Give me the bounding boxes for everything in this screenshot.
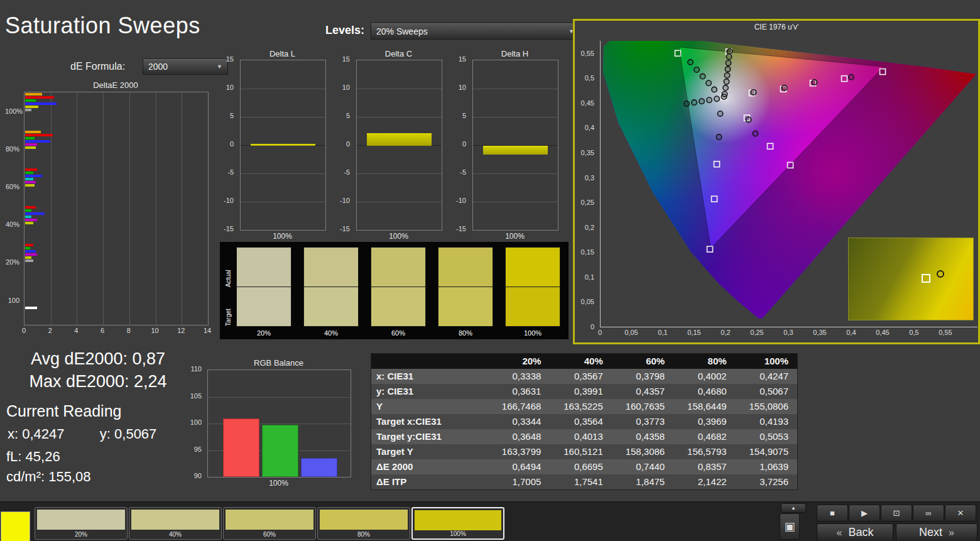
- y-tick-label: -15: [218, 225, 234, 232]
- x-tick-label: 14: [202, 327, 213, 334]
- gridline: [129, 92, 130, 325]
- table-cell: 163,3799: [488, 444, 550, 459]
- stop-button[interactable]: ■: [817, 505, 848, 522]
- levels-dropdown[interactable]: 20% Sweeps ▼: [371, 23, 580, 40]
- sample-tile-100%[interactable]: 100%: [411, 507, 504, 540]
- x-tick-label: 12: [175, 327, 187, 334]
- sample-tile-20%[interactable]: 20%: [35, 507, 128, 540]
- table-cell: 0,4682: [673, 429, 735, 444]
- de-bar: [25, 172, 33, 174]
- gridline: [357, 202, 442, 202]
- avg-de2000-readout: Avg dE2000: 0,87: [0, 349, 196, 369]
- measurement-point: [812, 80, 817, 85]
- gridline: [357, 173, 442, 174]
- de-bar: [25, 216, 31, 218]
- close-button[interactable]: ✕: [945, 505, 976, 522]
- x-tick-label: 0,2: [717, 329, 734, 336]
- double-chevron-left-icon: «: [837, 527, 842, 538]
- table-cell: 1,0639: [736, 459, 797, 474]
- continuous-button[interactable]: ∞: [913, 505, 944, 522]
- play-button[interactable]: ▶: [849, 505, 880, 522]
- rgb-y-axis: 1101051009590: [190, 369, 205, 476]
- swatch-list: 20%40%60%80%100%: [236, 247, 560, 337]
- next-button[interactable]: Next »: [896, 523, 977, 541]
- table-cell: 1,8475: [612, 474, 673, 489]
- expand-panel-button[interactable]: ▲: [781, 503, 806, 513]
- measurement-point: [706, 80, 711, 85]
- measurement-point: [724, 73, 729, 78]
- y-tick-label: 0,15: [576, 248, 594, 256]
- y-tick-label: 110: [190, 365, 202, 373]
- table-cell: 0,4013: [550, 429, 611, 444]
- y-value: 0,5067: [114, 426, 156, 442]
- y-tick-label: 5: [334, 112, 350, 119]
- y-tick-label: 10: [450, 84, 466, 91]
- current-xy-readout: x: 0,4247 y: 0,5067: [8, 426, 156, 442]
- measurement-point: [712, 87, 717, 92]
- y-tick-label: -10: [218, 197, 234, 204]
- de-bar: [25, 143, 37, 146]
- y-tick-label: 20%: [5, 258, 19, 266]
- swatch-label: 100%: [505, 329, 560, 337]
- measurement-point: [725, 67, 730, 72]
- de-bar: [25, 93, 42, 96]
- de-formula-label: dE Formula:: [70, 61, 125, 72]
- table-row-label: ΔE 2000: [371, 459, 488, 474]
- de-bar: [25, 106, 38, 108]
- gridline: [241, 173, 325, 174]
- table-cell: 0,4358: [612, 429, 673, 444]
- gridline: [357, 89, 442, 89]
- page-title: Saturation Sweeps: [5, 13, 200, 39]
- fl-label: fL:: [6, 449, 21, 464]
- deltae-plot-area: [24, 92, 209, 325]
- cdm2-label: cd/m²:: [6, 469, 45, 484]
- sample-tile-80%[interactable]: 80%: [317, 507, 410, 540]
- de-bar: [25, 244, 33, 246]
- stop-icon: ■: [830, 508, 835, 518]
- table-row: x: CIE310,33380,35670,37980,40020,4247: [371, 369, 797, 384]
- sample-tile-40%[interactable]: 40%: [129, 507, 222, 540]
- sample-swatch: [226, 510, 313, 530]
- cie-chart-title: CIE 1976 u'v': [575, 23, 978, 31]
- table-header-row: 20%40%60%80%100%: [371, 354, 797, 369]
- de-bar: [25, 253, 37, 256]
- de-bar: [25, 247, 30, 249]
- back-button[interactable]: « Back: [817, 523, 893, 541]
- swatch-target: [505, 287, 560, 327]
- measurement-point: [692, 100, 697, 105]
- y-tick-label: 15: [334, 55, 350, 63]
- table-cell: 0,3648: [488, 429, 550, 444]
- double-chevron-right-icon: »: [949, 527, 954, 538]
- table-column-header: 60%: [612, 354, 673, 369]
- gridline: [357, 117, 442, 117]
- table-cell: 0,6695: [550, 459, 611, 474]
- de-bar: [25, 219, 37, 221]
- sample-view-toggle-button[interactable]: ▣: [780, 513, 800, 540]
- chevron-up-icon: ▲: [791, 505, 796, 511]
- measure-icon: ⊡: [893, 508, 900, 518]
- y-tick-label: 60%: [5, 183, 19, 190]
- gridline: [241, 117, 325, 117]
- delta-bar: [251, 144, 315, 146]
- table-cell: 1,7541: [550, 474, 611, 489]
- y-tick-label: 0,4: [576, 124, 594, 131]
- measure-button[interactable]: ⊡: [881, 505, 912, 522]
- sample-tile-label: 100%: [413, 530, 503, 537]
- table-cell: 0,4193: [736, 414, 797, 429]
- de-bar: [25, 178, 33, 180]
- measure-controls: ■▶⊡∞✕: [817, 505, 977, 521]
- current-color-sample[interactable]: [1, 511, 30, 541]
- x-tick-label: 0,55: [937, 329, 954, 336]
- de-formula-dropdown[interactable]: 2000 ▼: [143, 58, 228, 75]
- gridline: [103, 92, 104, 325]
- chart-title: RGB Balance: [207, 358, 350, 368]
- table-column-header: 80%: [673, 354, 735, 369]
- sample-tile-60%[interactable]: 60%: [223, 507, 316, 540]
- table-cell: 163,5225: [550, 399, 611, 414]
- y-tick-label: -5: [334, 168, 350, 176]
- table-row: Target Y163,3799160,5121158,3086156,5793…: [371, 444, 797, 459]
- rgb-balance-chart: RGB Balance 1101051009590 100%: [190, 357, 354, 491]
- table-row: ΔE 20000,64940,66950,74400,83571,0639: [371, 459, 797, 474]
- y-tick-label: 0: [218, 140, 234, 148]
- y-tick-label: 100: [5, 297, 19, 304]
